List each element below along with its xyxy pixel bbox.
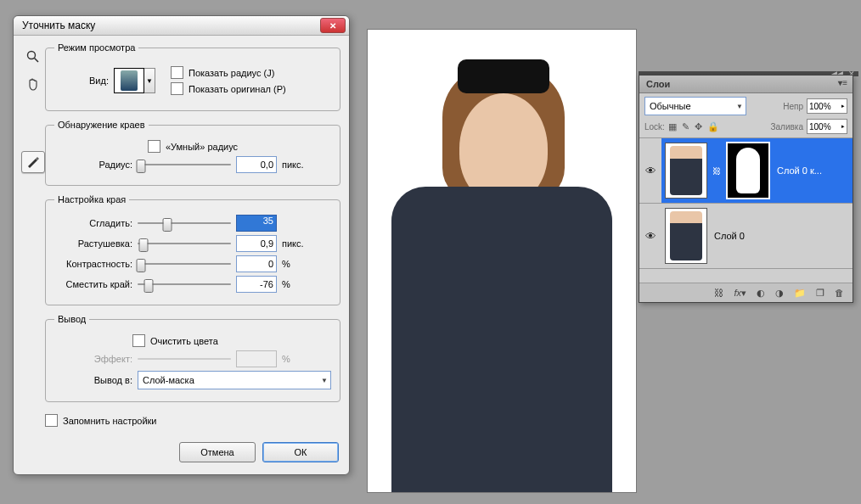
chevron-right-icon: ▸ [841, 103, 845, 109]
lock-all-icon[interactable]: 🔒 [707, 121, 719, 132]
layers-panel-footer: ⛓ fx▾ ◐ ◑ 📁 ❐ 🗑 [639, 283, 853, 302]
show-original-checkbox[interactable] [171, 82, 183, 95]
chevron-right-icon: ▸ [841, 123, 845, 130]
decontaminate-checkbox[interactable] [132, 334, 145, 347]
view-label: Вид: [54, 76, 109, 86]
output-to-label: Вывод в: [54, 375, 132, 385]
link-layers-icon[interactable]: ⛓ [714, 288, 723, 298]
remember-checkbox[interactable] [45, 414, 58, 427]
dialog-titlebar[interactable]: Уточнить маску ✕ [14, 16, 349, 36]
output-to-value: Слой-маска [143, 375, 194, 385]
zoom-tool[interactable] [21, 46, 45, 68]
amount-input [236, 350, 277, 367]
chevron-down-icon: ▼ [321, 377, 328, 384]
radius-input[interactable] [236, 156, 277, 173]
chevron-down-icon[interactable]: ▼ [144, 68, 155, 93]
blend-mode-value: Обычные [650, 101, 691, 111]
view-mode-group: Режим просмотра Вид: ▼ Показать радиус (… [45, 42, 340, 111]
adjustment-layer-icon[interactable]: ◑ [775, 288, 784, 299]
shift-unit: % [282, 279, 290, 289]
edge-detection-group: Обнаружение краев «Умный» радиус Радиус:… [45, 120, 340, 186]
hand-tool[interactable] [21, 73, 45, 95]
canvas-document[interactable] [367, 29, 637, 493]
delete-layer-icon[interactable]: 🗑 [835, 288, 844, 298]
cancel-button[interactable]: Отмена [179, 442, 256, 462]
show-radius-checkbox[interactable] [171, 66, 183, 79]
opacity-label: Непр [783, 102, 803, 111]
radius-label: Радиус: [54, 160, 132, 170]
decontaminate-label: Очистить цвета [150, 336, 218, 346]
amount-slider [138, 352, 231, 366]
smart-radius-checkbox[interactable] [148, 140, 160, 153]
feather-slider[interactable] [138, 237, 231, 250]
edge-detect-legend: Обнаружение краев [54, 120, 149, 130]
shift-input[interactable] [236, 276, 277, 293]
radius-slider[interactable] [138, 158, 231, 171]
shift-slider[interactable] [138, 277, 231, 291]
amount-unit: % [282, 354, 290, 364]
layers-tab[interactable]: Слои▾≡ [639, 76, 853, 93]
svg-line-1 [34, 59, 38, 63]
visibility-toggle[interactable]: 👁 [639, 138, 661, 203]
show-original-label: Показать оригинал (P) [189, 84, 286, 94]
add-mask-icon[interactable]: ◐ [757, 288, 765, 299]
layer-row[interactable]: 👁 ⛓ Слой 0 к... [639, 138, 853, 204]
chevron-down-icon: ▼ [736, 103, 743, 110]
layer-thumbnail[interactable] [665, 143, 707, 199]
contrast-label: Контрастность: [54, 259, 132, 269]
lock-transparency-icon[interactable]: ▦ [668, 121, 677, 132]
layers-tab-label: Слои [646, 79, 670, 89]
view-thumbnail [114, 68, 144, 93]
output-to-select[interactable]: Слой-маска▼ [138, 371, 331, 389]
layer-list: 👁 ⛓ Слой 0 к... 👁 Слой 0 [639, 138, 853, 283]
output-group: Вывод Очистить цвета Эффект: % Вывод в: … [45, 314, 340, 402]
dialog-title: Уточнить маску [17, 20, 320, 31]
smart-radius-label: «Умный» радиус [166, 142, 238, 152]
view-mode-dropdown[interactable]: ▼ [114, 68, 155, 93]
new-group-icon[interactable]: 📁 [794, 288, 806, 299]
panel-menu-icon[interactable]: ▾≡ [838, 78, 847, 87]
ok-button[interactable]: ОК [262, 442, 339, 462]
contrast-unit: % [282, 259, 290, 269]
lock-pixels-icon[interactable]: ✎ [682, 121, 689, 132]
layer-name[interactable]: Слой 0 [711, 231, 853, 241]
layer-name[interactable]: Слой 0 к... [774, 165, 853, 176]
blend-mode-select[interactable]: Обычные▼ [644, 97, 746, 115]
mask-thumbnail[interactable] [726, 142, 770, 199]
feather-unit: пикс. [282, 238, 304, 249]
layer-row[interactable]: 👁 Слой 0 [639, 204, 853, 269]
adjust-edge-group: Настройка края Сгладить: 35 Растушевка: … [45, 194, 340, 305]
close-button[interactable]: ✕ [320, 18, 346, 33]
layer-fx-icon[interactable]: fx▾ [734, 288, 746, 299]
visibility-toggle[interactable]: 👁 [639, 230, 661, 243]
smooth-slider[interactable] [138, 216, 231, 230]
contrast-input[interactable] [236, 255, 277, 272]
amount-label: Эффект: [54, 354, 132, 364]
layers-panel: Слои▾≡ Обычные▼ Непр 100%▸ Lock: ▦ ✎ ✥ 🔒… [639, 75, 853, 303]
refine-mask-dialog: Уточнить маску ✕ Режим просмотра Вид: ▼ … [13, 15, 350, 475]
opacity-input[interactable]: 100%▸ [807, 98, 847, 114]
fill-input[interactable]: 100%▸ [807, 119, 847, 134]
radius-unit: пикс. [282, 160, 304, 170]
lock-label: Lock: [644, 122, 665, 132]
view-mode-legend: Режим просмотра [54, 42, 138, 53]
smooth-input[interactable]: 35 [236, 215, 277, 232]
show-radius-label: Показать радиус (J) [189, 68, 274, 78]
layer-thumbnail[interactable] [665, 208, 707, 264]
image-content [383, 42, 621, 492]
new-layer-icon[interactable]: ❐ [816, 288, 824, 299]
remember-label: Запомнить настройки [63, 416, 157, 426]
lock-position-icon[interactable]: ✥ [695, 121, 702, 132]
smooth-label: Сгладить: [54, 218, 132, 228]
refine-brush-tool[interactable] [21, 151, 45, 173]
contrast-slider[interactable] [138, 257, 231, 271]
fill-label: Заливка [771, 122, 804, 132]
output-legend: Вывод [54, 314, 89, 324]
shift-label: Сместить край: [54, 279, 132, 289]
feather-input[interactable] [236, 235, 277, 252]
adjust-edge-legend: Настройка края [54, 194, 129, 204]
feather-label: Растушевка: [54, 238, 132, 249]
link-icon[interactable]: ⛓ [712, 166, 721, 176]
svg-point-0 [27, 52, 35, 59]
